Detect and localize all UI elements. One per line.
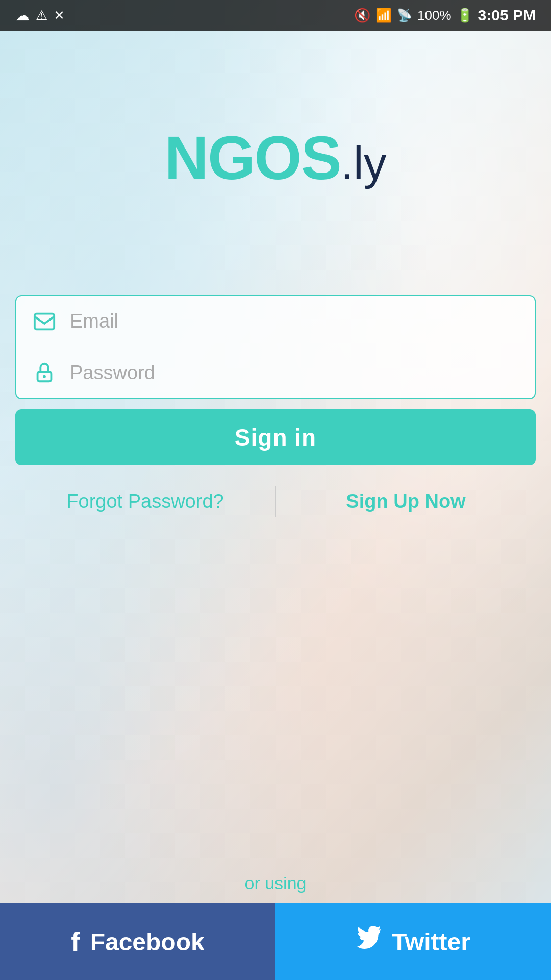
facebook-label: Facebook (90, 928, 205, 956)
warning-icon: ⚠ (36, 8, 47, 23)
password-row (16, 347, 535, 398)
signin-button[interactable]: Sign in (15, 409, 536, 465)
wifi-icon: 📶 (375, 8, 392, 23)
email-input[interactable] (70, 296, 519, 347)
social-footer: f Facebook Twitter (0, 903, 551, 980)
facebook-button[interactable]: f Facebook (0, 903, 276, 980)
status-right-icons: 🔇 📶 📡 100% 🔋 3:05 PM (354, 7, 536, 24)
forgot-password-link[interactable]: Forgot Password? (15, 491, 275, 512)
battery-icon: 🔋 (457, 8, 473, 23)
svg-point-2 (43, 375, 46, 378)
signal-icon: 📡 (397, 8, 412, 22)
screen: ☁ ⚠ ✕ 🔇 📶 📡 100% 🔋 3:05 PM NGOS .ly (0, 0, 551, 980)
links-row: Forgot Password? Sign Up Now (15, 481, 536, 522)
status-bar: ☁ ⚠ ✕ 🔇 📶 📡 100% 🔋 3:05 PM (0, 0, 551, 31)
email-icon (32, 310, 57, 333)
or-using-label: or using (245, 873, 307, 893)
mute-icon: 🔇 (354, 8, 370, 23)
main-content: NGOS .ly (0, 31, 551, 980)
status-left-icons: ☁ ⚠ ✕ (15, 7, 65, 24)
logo-ly: .ly (341, 137, 387, 190)
login-form (15, 295, 536, 399)
twitter-label: Twitter (392, 928, 470, 956)
lock-icon (32, 361, 57, 384)
status-time: 3:05 PM (478, 7, 536, 24)
facebook-icon: f (71, 926, 80, 957)
twitter-icon (356, 926, 382, 958)
cloud-icon: ☁ (15, 7, 30, 24)
logo-ngos: NGOS (164, 122, 340, 193)
twitter-button[interactable]: Twitter (276, 903, 551, 980)
logo-container: NGOS .ly (164, 122, 386, 193)
email-row (16, 296, 535, 347)
svg-rect-0 (35, 313, 54, 329)
password-input[interactable] (70, 347, 519, 398)
battery-label: 100% (417, 8, 452, 23)
close-icon: ✕ (54, 8, 65, 23)
signup-link[interactable]: Sign Up Now (276, 491, 536, 512)
